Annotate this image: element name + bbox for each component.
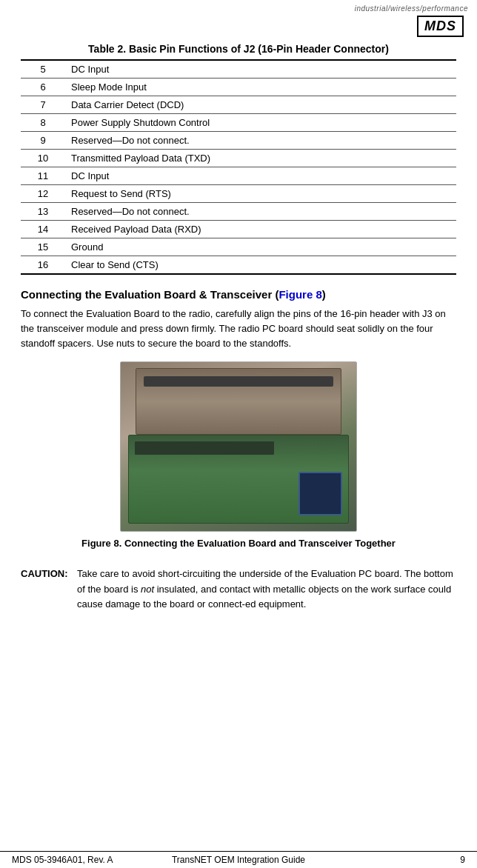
mds-logo: MDS: [417, 16, 464, 37]
header-tagline: industrial/wireless/performance: [355, 4, 468, 13]
pin-number: 5: [21, 60, 65, 79]
pin-number: 15: [21, 238, 65, 256]
pin-function: Clear to Send (CTS): [65, 256, 456, 275]
pin-function: Power Supply Shutdown Control: [65, 114, 456, 132]
pin-number: 10: [21, 150, 65, 167]
table-row: 14Received Payload Data (RXD): [21, 221, 456, 238]
pin-function: Reserved—Do not connect.: [65, 203, 456, 221]
caution-block: CAUTION: Take care to avoid short-circui…: [21, 567, 456, 611]
pin-functions-table: 5DC Input6Sleep Mode Input7Data Carrier …: [21, 59, 456, 275]
pin-number: 6: [21, 79, 65, 96]
pin-number: 8: [21, 114, 65, 132]
table-row: 10Transmitted Payload Data (TXD): [21, 150, 456, 167]
table-row: 6Sleep Mode Input: [21, 79, 456, 96]
section-title-suffix: ): [322, 288, 326, 301]
figure8-link[interactable]: Figure 8: [278, 288, 321, 301]
header-tagline-bar: industrial/wireless/performance: [0, 0, 477, 14]
table-title: Table 2. Basic Pin Functions of J2 (16-P…: [21, 43, 456, 55]
caution-label: CAUTION:: [21, 567, 73, 581]
pin-function: Reserved—Do not connect.: [65, 132, 456, 150]
pin-number: 7: [21, 96, 65, 114]
caution-text: Take care to avoid short-circuiting the …: [77, 567, 456, 611]
footer: MDS 05-3946A01, Rev. A TransNET OEM Inte…: [0, 851, 477, 868]
pcb-top-board: [136, 368, 341, 435]
pin-number: 11: [21, 167, 65, 185]
pin-function: DC Input: [65, 167, 456, 185]
footer-center: TransNET OEM Integration Guide: [125, 855, 352, 865]
pin-function: Ground: [65, 238, 456, 256]
figure8-caption: Figure 8. Connecting the Evaluation Boar…: [81, 538, 396, 549]
pin-number: 13: [21, 203, 65, 221]
section-title-prefix: Connecting the Evaluation Board & Transc…: [21, 288, 278, 301]
pin-number: 9: [21, 132, 65, 150]
table-row: 13Reserved—Do not connect.: [21, 203, 456, 221]
pin-number: 14: [21, 221, 65, 238]
table-row: 11DC Input: [21, 167, 456, 185]
footer-left: MDS 05-3946A01, Rev. A: [12, 855, 125, 865]
pcb-bottom-board: [128, 435, 349, 524]
section-connecting-title: Connecting the Evaluation Board & Transc…: [21, 288, 456, 301]
pin-function: Data Carrier Detect (DCD): [65, 96, 456, 114]
pin-function: DC Input: [65, 60, 456, 79]
table-row: 7Data Carrier Detect (DCD): [21, 96, 456, 114]
table-row: 15Ground: [21, 238, 456, 256]
pin-number: 16: [21, 256, 65, 275]
table-row: 8Power Supply Shutdown Control: [21, 114, 456, 132]
figure8-area: Figure 8. Connecting the Evaluation Boar…: [21, 361, 456, 559]
figure8-image: [120, 361, 357, 532]
table-row: 16Clear to Send (CTS): [21, 256, 456, 275]
logo-area: MDS: [0, 14, 477, 40]
table-row: 5DC Input: [21, 60, 456, 79]
section-connecting-body: To connect the Evaluation Board to the r…: [21, 307, 456, 351]
pin-function: Transmitted Payload Data (TXD): [65, 150, 456, 167]
pin-function: Received Payload Data (RXD): [65, 221, 456, 238]
table-row: 12Request to Send (RTS): [21, 185, 456, 203]
pin-function: Sleep Mode Input: [65, 79, 456, 96]
table-row: 9Reserved—Do not connect.: [21, 132, 456, 150]
footer-right: 9: [352, 855, 465, 865]
pin-function: Request to Send (RTS): [65, 185, 456, 203]
pin-number: 12: [21, 185, 65, 203]
